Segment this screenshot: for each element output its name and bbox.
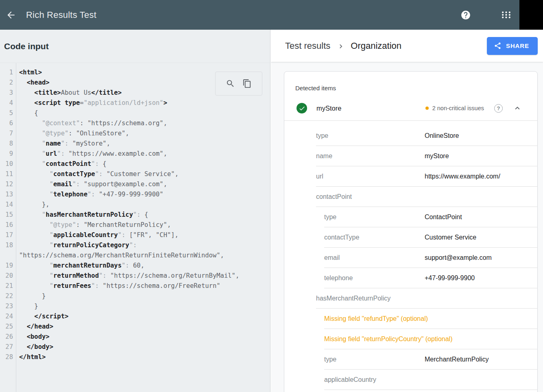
warning-text: Missing field "returnPolicyCountry" (opt… — [324, 335, 452, 343]
property-value: +47-99-999-9900 — [425, 274, 475, 282]
property-row: urlhttps://www.example.com/ — [284, 166, 537, 187]
code-area: 1<html>2 <head>3 <title>About Us</title>… — [0, 63, 270, 392]
code-line: } — [16, 301, 270, 311]
back-button[interactable] — [6, 10, 16, 20]
line-number: 27 — [0, 342, 16, 352]
line-number: 12 — [0, 179, 16, 189]
property-row: emailsupport@example.com — [284, 248, 537, 268]
app-title: Rich Results Test — [26, 10, 96, 20]
property-key: contactPoint — [316, 193, 425, 200]
line-number: 1 — [0, 68, 16, 78]
property-row: typeMerchantReturnPolicy — [284, 349, 537, 370]
line-number: 3 — [0, 88, 16, 98]
help-icon — [460, 10, 471, 20]
code-input-title: Code input — [4, 41, 49, 51]
code-line: "returnMethod": "https://schema.org/Retu… — [16, 271, 270, 281]
property-row: contactTypeCustomer Service — [284, 227, 537, 248]
property-row: telephone+47-99-999-9900 — [284, 268, 537, 288]
code-line: "returnFees": "https://schema.org/FreeRe… — [16, 281, 270, 291]
code-toolbar — [215, 72, 262, 96]
help-button[interactable] — [460, 10, 471, 20]
code-panel: Code input 1<html>2 <head>3 <title>About… — [0, 30, 270, 392]
code-panel-header: Code input — [0, 30, 270, 63]
issues-help-button[interactable]: ? — [494, 104, 503, 113]
property-value: https://www.example.com/ — [425, 173, 500, 180]
collapse-button[interactable] — [513, 104, 522, 113]
code-line: "contactPoint": { — [16, 159, 270, 169]
breadcrumb-chevron-icon — [337, 42, 345, 50]
line-number: 19 — [0, 261, 16, 271]
code-line: "hasMerchantReturnPolicy": { — [16, 210, 270, 220]
line-number: 5 — [0, 108, 16, 118]
line-number: 7 — [0, 128, 16, 139]
property-value: ContactPoint — [425, 213, 462, 221]
share-icon — [494, 42, 502, 50]
code-line: "contactType": "Customer Service", — [16, 169, 270, 179]
code-line: "@context": "https://schema.org", — [16, 118, 270, 128]
line-number: 22 — [0, 291, 16, 301]
property-key: url — [316, 173, 425, 180]
warning-row[interactable]: Missing field "refundType" (optional) — [284, 309, 537, 329]
code-line: "url": "https://www.example.com", — [16, 149, 270, 159]
line-number: 24 — [0, 311, 16, 322]
line-number: 18 — [0, 240, 16, 261]
search-icon — [226, 79, 235, 88]
property-key: hasMerchantReturnPolicy — [316, 295, 425, 302]
breadcrumb-test-results[interactable]: Test results — [285, 41, 330, 51]
code-line: "@type": "OnlineStore", — [16, 128, 270, 139]
line-number: 16 — [0, 220, 16, 230]
line-number: 6 — [0, 118, 16, 128]
property-value: Customer Service — [425, 234, 476, 241]
line-number: 28 — [0, 352, 16, 362]
code-line: "applicableCountry": ["FR", "CH"], — [16, 230, 270, 240]
property-row: namemyStore — [284, 146, 537, 166]
properties-table: typeOnlineStorenamemyStoreurlhttps://www… — [284, 121, 537, 390]
code-line: "merchantReturnDays": 60, — [16, 261, 270, 271]
topbar: Rich Results Test — [0, 0, 543, 30]
code-line: <body> — [16, 332, 270, 342]
property-row: hasMerchantReturnPolicy — [284, 288, 537, 309]
code-line: </html> — [16, 352, 270, 362]
property-key: type — [324, 356, 425, 363]
property-key: telephone — [324, 274, 425, 282]
warning-row[interactable]: Missing field "returnPolicyCountry" (opt… — [284, 329, 537, 349]
line-number: 13 — [0, 189, 16, 200]
code-copy-button[interactable] — [242, 79, 252, 88]
property-value: MerchantReturnPolicy — [425, 356, 488, 363]
line-number: 2 — [0, 78, 16, 88]
property-key: email — [324, 254, 425, 261]
share-button[interactable]: SHARE — [487, 37, 538, 55]
property-value: OnlineStore — [425, 132, 459, 139]
arrow-left-icon — [6, 10, 16, 20]
apps-grid-button[interactable] — [501, 10, 511, 20]
line-number: 11 — [0, 169, 16, 179]
line-number: 17 — [0, 230, 16, 240]
code-editor[interactable]: 1<html>2 <head>3 <title>About Us</title>… — [0, 63, 270, 362]
line-number: 20 — [0, 271, 16, 281]
property-row: applicableCountry — [284, 370, 537, 390]
code-line: } — [16, 291, 270, 301]
code-line: <script type="application/ld+json"> — [16, 98, 270, 108]
line-number: 9 — [0, 149, 16, 159]
detected-item-row[interactable]: myStore 2 non-critical issues ? — [284, 96, 537, 121]
item-name: myStore — [316, 105, 341, 112]
share-button-label: SHARE — [506, 42, 529, 49]
property-value: support@example.com — [425, 254, 492, 261]
code-search-button[interactable] — [226, 79, 235, 88]
property-key: type — [324, 213, 425, 221]
line-number: 21 — [0, 281, 16, 291]
line-number: 26 — [0, 332, 16, 342]
success-check-icon — [297, 103, 307, 113]
line-number: 15 — [0, 210, 16, 220]
breadcrumb-organization: Organization — [351, 41, 401, 51]
code-line: "telephone": "+47-99-999-9900" — [16, 189, 270, 200]
property-row: typeOnlineStore — [284, 126, 537, 146]
line-number: 10 — [0, 159, 16, 169]
property-key: name — [316, 152, 425, 160]
property-row: typeContactPoint — [284, 207, 537, 227]
property-row: contactPoint — [284, 187, 537, 207]
profile-image[interactable] — [519, 0, 543, 30]
code-line: "name": "myStore", — [16, 139, 270, 149]
detected-items-label: Detected items — [284, 72, 537, 91]
line-number: 8 — [0, 139, 16, 149]
